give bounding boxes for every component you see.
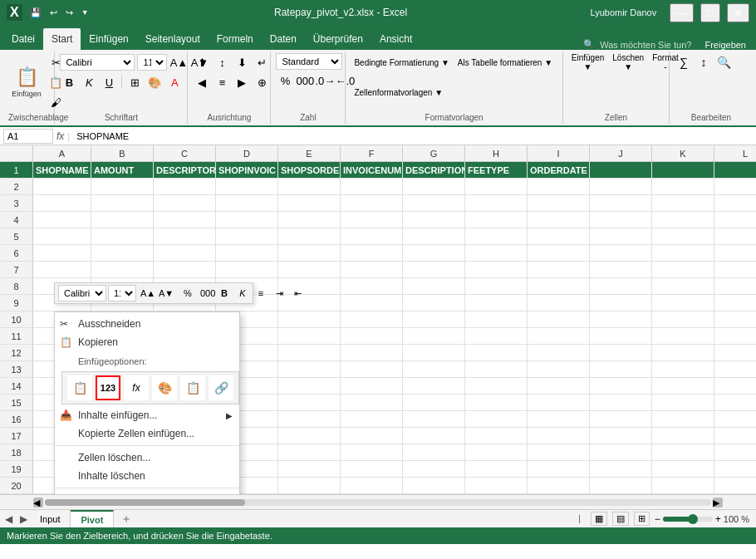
col-header-f[interactable]: F <box>341 145 403 161</box>
bold-button[interactable]: B <box>60 73 78 91</box>
context-menu-clear-contents[interactable]: Inhalte löschen <box>55 467 239 485</box>
table-format-button[interactable]: Als Tabelle formatieren ▼ <box>454 53 556 71</box>
redo-button[interactable]: ↪ <box>63 6 76 20</box>
mini-decrease-font[interactable]: A▼ <box>156 285 173 302</box>
formula-input[interactable] <box>73 130 753 142</box>
context-menu-paste-special[interactable]: 📥 Inhalte einfügen... ▶ <box>55 406 239 424</box>
merge-button[interactable]: ⊕ <box>253 73 271 91</box>
align-bottom-button[interactable]: ⬇ <box>233 53 251 71</box>
paste-option-format[interactable]: 🎨 <box>152 375 177 400</box>
underline-button[interactable]: U <box>100 73 118 91</box>
mini-align-btn[interactable]: ≡ <box>253 285 269 302</box>
row-header-5[interactable]: 5 <box>0 228 33 245</box>
paste-option-formula[interactable]: fx <box>124 375 149 400</box>
increase-font-button[interactable]: A▲ <box>169 53 188 71</box>
cell-f1[interactable]: INVOICENUM <box>341 162 403 179</box>
tab-überprüfen[interactable]: Überprüfen <box>305 28 371 50</box>
align-middle-button[interactable]: ↕ <box>213 53 231 71</box>
cell-l1[interactable] <box>714 162 756 179</box>
col-header-e[interactable]: E <box>278 145 341 161</box>
cell-c1[interactable]: DESCRIPTOR <box>154 162 216 179</box>
wrap-text-button[interactable]: ↵ <box>253 53 271 71</box>
mini-font-select[interactable]: Calibri <box>58 285 106 302</box>
mini-dedent-btn[interactable]: ⇤ <box>289 285 306 302</box>
align-right-button[interactable]: ▶ <box>233 73 251 91</box>
scroll-left-btn[interactable]: ◀ <box>33 498 43 508</box>
col-header-b[interactable]: B <box>91 145 154 161</box>
col-header-j[interactable]: J <box>590 145 652 161</box>
cell-a2[interactable] <box>33 179 91 195</box>
share-label[interactable]: Freigeben <box>704 40 746 50</box>
cell-b1[interactable]: AMOUNT <box>91 162 154 179</box>
insert-cells-button[interactable]: Einfügen ▼ <box>568 53 607 71</box>
row-header-13[interactable]: 13 <box>0 361 33 378</box>
row-header-12[interactable]: 12 <box>0 345 33 361</box>
nav-sheet-left[interactable]: ◀ <box>0 513 17 525</box>
row-header-19[interactable]: 19 <box>0 461 33 478</box>
zoom-slider[interactable] <box>663 517 713 522</box>
paste-option-link[interactable]: 📋 <box>180 375 205 400</box>
mini-percent-btn[interactable]: % <box>179 285 196 302</box>
normal-view-button[interactable]: ▦ <box>591 512 607 526</box>
number-format-select[interactable]: Standard <box>276 53 342 70</box>
align-center-button[interactable]: ≡ <box>213 73 231 91</box>
col-header-h[interactable]: H <box>465 145 528 161</box>
cell-styles-button[interactable]: Zellenformatvorlagen ▼ <box>351 83 446 101</box>
paste-button[interactable]: 📋 Einfügen <box>8 61 45 104</box>
align-left-button[interactable]: ◀ <box>193 73 211 91</box>
align-top-button[interactable]: ⬆ <box>193 53 211 71</box>
paste-option-values[interactable]: 123 <box>96 375 120 400</box>
sheet-tab-pivot[interactable]: Pivot <box>71 510 114 527</box>
h-scroll-track[interactable] <box>45 499 711 506</box>
mini-bold-btn[interactable]: B <box>216 285 233 302</box>
cell-d1[interactable]: SHOPINVOIC <box>216 162 278 179</box>
quick-access-more[interactable]: ▼ <box>79 6 91 20</box>
horizontal-scrollbar[interactable]: ◀ ▶ <box>0 494 756 509</box>
row-header-2[interactable]: 2 <box>0 179 33 195</box>
context-menu-copy[interactable]: 📋 Kopieren <box>55 333 239 351</box>
row-header-18[interactable]: 18 <box>0 444 33 461</box>
scroll-right-btn[interactable]: ▶ <box>713 498 723 508</box>
conditional-format-button[interactable]: Bedingte Formatierung ▼ <box>351 53 452 71</box>
cell-g1[interactable]: DESCRIPTION <box>403 162 465 179</box>
tab-seitenlayout[interactable]: Seitenlayout <box>137 28 209 50</box>
mini-increase-font[interactable]: A▲ <box>138 285 155 302</box>
sort-filter-button[interactable]: ↕ <box>695 53 713 71</box>
row-header-7[interactable]: 7 <box>0 262 33 278</box>
row-header-1[interactable]: 1 <box>0 162 33 179</box>
cell-h1[interactable]: FEETYPE <box>465 162 528 179</box>
col-header-l[interactable]: L <box>714 145 756 161</box>
context-menu-delete-cells[interactable]: Zellen löschen... <box>55 449 239 467</box>
fill-color-button[interactable]: 🎨 <box>145 73 164 91</box>
mini-size-select[interactable]: 11 <box>108 285 136 302</box>
row-header-3[interactable]: 3 <box>0 195 33 212</box>
row-header-10[interactable]: 10 <box>0 311 33 328</box>
italic-button[interactable]: K <box>80 73 98 91</box>
cell-a1[interactable]: SHOPNAME <box>33 162 91 179</box>
sheet-tab-input[interactable]: Input <box>30 510 71 527</box>
page-layout-button[interactable]: ▤ <box>612 512 629 526</box>
col-header-a[interactable]: A <box>33 145 91 161</box>
font-size-select[interactable]: 11 <box>137 54 167 71</box>
row-header-17[interactable]: 17 <box>0 428 33 444</box>
close-button[interactable]: ✕ <box>727 3 749 22</box>
h-scroll-thumb[interactable] <box>45 499 245 506</box>
zoom-in-button[interactable]: + <box>715 513 721 525</box>
context-menu-quick-analysis[interactable]: ⚡ Schnellanalyse <box>55 491 239 494</box>
col-header-k[interactable]: K <box>652 145 714 161</box>
minimize-button[interactable]: — <box>670 3 694 22</box>
thousands-button[interactable]: 000 <box>296 71 314 90</box>
tab-start[interactable]: Start <box>43 28 81 50</box>
nav-sheet-right[interactable]: ▶ <box>17 513 30 525</box>
font-family-select[interactable]: Calibri <box>60 54 135 71</box>
row-header-9[interactable]: 9 <box>0 295 33 311</box>
cell-i1[interactable]: ORDERDATE <box>528 162 590 179</box>
cell-e1[interactable]: SHOPSORDE <box>278 162 341 179</box>
zoom-slider-thumb[interactable] <box>688 514 698 524</box>
paste-option-default[interactable]: 📋 <box>67 375 92 400</box>
increase-decimal-button[interactable]: .0→ <box>316 71 334 90</box>
context-menu-cut[interactable]: ✂ Ausschneiden <box>55 315 239 333</box>
mini-italic-btn[interactable]: K <box>234 285 251 302</box>
cell-j1[interactable] <box>590 162 652 179</box>
paste-option-image[interactable]: 🔗 <box>209 375 233 400</box>
